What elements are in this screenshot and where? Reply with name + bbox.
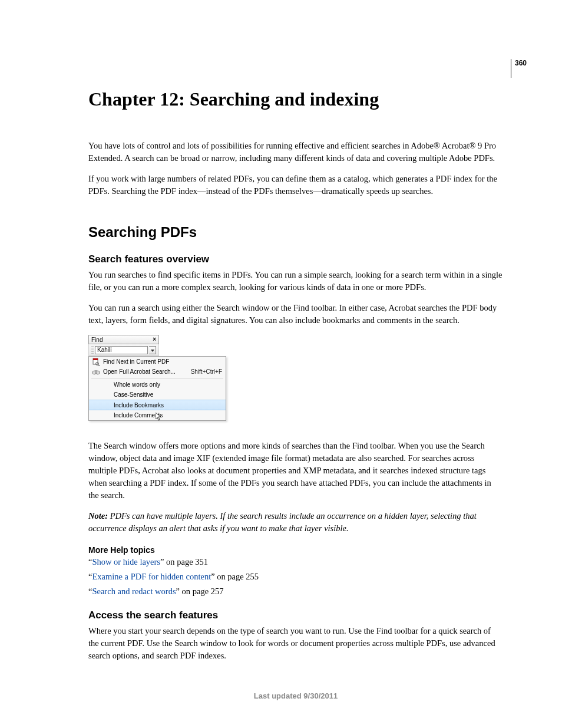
grip-icon[interactable] xyxy=(91,346,94,354)
close-icon[interactable]: × xyxy=(153,337,156,342)
menu-item-label: Find Next in Current PDF xyxy=(101,358,222,365)
page-footer: Last updated 9/30/2011 xyxy=(88,691,503,700)
find-toolbar-title: Find xyxy=(91,337,153,343)
help-link-rest: ” on page 255 xyxy=(211,572,259,581)
help-link-rest: ” on page 257 xyxy=(176,587,224,596)
chapter-title: Chapter 12: Searching and indexing xyxy=(88,88,503,110)
note-paragraph: Note: PDFs can have multiple layers. If … xyxy=(88,510,503,535)
overview-paragraph-2: You can run a search using either the Se… xyxy=(88,302,503,327)
subsection-heading-access: Access the search features xyxy=(88,610,503,621)
menu-item-label: Include Comments xyxy=(111,412,222,419)
find-dropdown-button[interactable] xyxy=(149,346,156,354)
menu-item-include-bookmarks[interactable]: Include Bookmarks xyxy=(89,400,226,410)
menu-item-label: Whole words only xyxy=(111,381,222,388)
menu-item-case-sensitive[interactable]: Case-Sensitive xyxy=(89,390,226,400)
find-toolbar-titlebar[interactable]: Find × xyxy=(88,335,159,344)
menu-item-include-comments[interactable]: Include Comments xyxy=(89,410,226,420)
page-number: 360 xyxy=(511,59,527,78)
menu-item-accelerator: Shift+Ctrl+F xyxy=(191,368,222,375)
find-input-value: Kahili xyxy=(97,347,111,353)
help-link-line: “Search and redact words” on page 257 xyxy=(88,587,503,597)
find-toolbar-figure: Find × Kahili xyxy=(88,335,225,429)
intro-paragraph-1: You have lots of control and lots of pos… xyxy=(88,140,503,164)
svg-rect-1 xyxy=(93,358,98,360)
help-link-rest: ” on page 351 xyxy=(160,557,208,566)
find-input[interactable]: Kahili xyxy=(95,346,148,354)
chevron-down-icon xyxy=(151,347,154,353)
page: 360 Chapter 12: Searching and indexing Y… xyxy=(0,0,562,724)
overview-paragraph-3: The Search window offers more options an… xyxy=(88,440,503,502)
section-heading-searching-pdfs: Searching PDFs xyxy=(88,224,503,241)
menu-item-label: Include Bookmarks xyxy=(111,402,222,409)
subsection-heading-overview: Search features overview xyxy=(88,253,503,265)
pdf-find-icon xyxy=(91,358,101,366)
note-label: Note: xyxy=(88,511,108,521)
menu-item-open-full-search[interactable]: Open Full Acrobat Search... Shift+Ctrl+F xyxy=(89,367,226,377)
svg-line-3 xyxy=(98,365,100,366)
help-link-examine-hidden[interactable]: Examine a PDF for hidden content xyxy=(92,572,211,581)
menu-item-label: Open Full Acrobat Search... xyxy=(101,368,191,375)
help-link-show-hide-layers[interactable]: Show or hide layers xyxy=(92,557,160,566)
overview-paragraph-1: You run searches to find specific items … xyxy=(88,269,503,294)
help-link-line: “Show or hide layers” on page 351 xyxy=(88,557,503,567)
access-paragraph-1: Where you start your search depends on t… xyxy=(88,625,503,662)
note-body: PDFs can have multiple layers. If the se… xyxy=(88,511,477,533)
intro-paragraph-2: If you work with large numbers of relate… xyxy=(88,173,503,197)
menu-item-label: Case-Sensitive xyxy=(111,391,222,398)
binoculars-icon xyxy=(91,368,101,376)
find-dropdown-menu: Find Next in Current PDF Open Full Acrob… xyxy=(88,356,226,421)
more-help-heading: More Help topics xyxy=(88,545,503,555)
help-link-line: “Examine a PDF for hidden content” on pa… xyxy=(88,572,503,582)
find-input-row: Kahili xyxy=(88,344,159,356)
menu-item-find-next[interactable]: Find Next in Current PDF xyxy=(89,357,226,367)
help-link-search-redact[interactable]: Search and redact words xyxy=(92,587,176,596)
menu-item-whole-words[interactable]: Whole words only xyxy=(89,380,226,390)
menu-separator xyxy=(91,378,223,378)
svg-rect-6 xyxy=(95,370,97,372)
